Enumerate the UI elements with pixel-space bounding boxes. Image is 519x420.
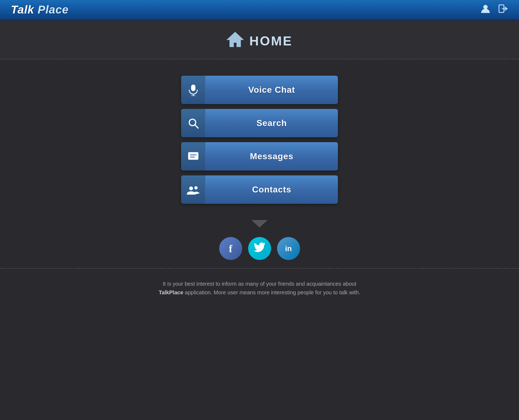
footer-text-section: It is your best interest to inform as ma…: [0, 269, 519, 310]
microphone-icon: [181, 76, 205, 104]
search-button[interactable]: Search: [181, 109, 338, 137]
contacts-button[interactable]: Contacts: [181, 175, 338, 204]
logo-place: Place: [38, 3, 69, 16]
chevron-down-icon: [251, 220, 268, 228]
facebook-button[interactable]: f: [219, 237, 242, 260]
search-label: Search: [205, 109, 338, 137]
header-icons: [481, 4, 508, 16]
footer-text: It is your best interest to inform as ma…: [157, 279, 362, 297]
twitter-icon: [254, 242, 265, 255]
linkedin-icon: in: [285, 244, 292, 253]
messages-label: Messages: [205, 142, 338, 171]
voice-chat-button[interactable]: Voice Chat: [181, 76, 338, 104]
messages-icon: [181, 142, 205, 171]
main-area: HOME Voice Chat S: [0, 20, 519, 420]
svg-point-0: [483, 5, 488, 9]
contacts-label: Contacts: [205, 175, 338, 204]
contacts-icon: [181, 175, 205, 204]
home-section: HOME: [0, 20, 519, 59]
twitter-button[interactable]: [248, 237, 271, 260]
svg-rect-4: [191, 85, 195, 91]
menu-section: Voice Chat Search Messages: [0, 59, 519, 217]
svg-point-12: [189, 186, 193, 190]
social-section: f in: [0, 228, 519, 268]
messages-button[interactable]: Messages: [181, 142, 338, 171]
home-icon: [227, 31, 244, 51]
voice-chat-label: Voice Chat: [205, 76, 338, 104]
linkedin-button[interactable]: in: [277, 237, 300, 260]
user-icon[interactable]: [481, 4, 490, 16]
svg-marker-3: [227, 32, 243, 47]
svg-point-13: [194, 186, 198, 189]
home-title: HOME: [249, 34, 293, 48]
search-icon: [181, 109, 205, 137]
svg-rect-9: [188, 152, 198, 160]
svg-line-8: [195, 125, 198, 128]
footer-divider-section: [0, 217, 519, 228]
logo-talk: Talk: [11, 3, 34, 16]
app-header: Talk Place: [0, 0, 519, 20]
logout-icon[interactable]: [498, 4, 508, 16]
facebook-icon: f: [229, 243, 232, 255]
app-logo: Talk Place: [11, 3, 69, 16]
